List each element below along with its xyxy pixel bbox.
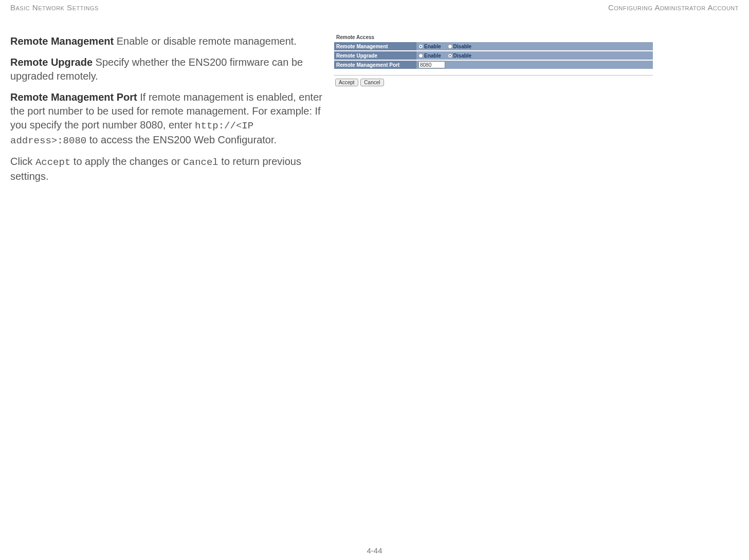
label-remote-upgrade: Remote Upgrade: [334, 51, 416, 60]
panel-title: Remote Access: [334, 34, 653, 41]
label-remote-management: Remote Management: [334, 42, 416, 50]
page-header: Basic Network Settings Configuring Admin…: [0, 0, 749, 14]
term-remote-upgrade: Remote Upgrade: [10, 57, 93, 68]
text-remote-management: Enable or disable remote management.: [114, 35, 297, 47]
value-remote-upgrade: Enable Disable: [416, 51, 653, 60]
description-column: Remote Management Enable or disable remo…: [10, 34, 327, 191]
radio-ru-enable-icon[interactable]: [418, 53, 423, 58]
term-remote-management: Remote Management: [10, 35, 114, 47]
desc-click-line: Click Accept to apply the changes or Can…: [10, 155, 327, 183]
settings-table: Remote Management Enable Disable Remote …: [334, 41, 653, 70]
main-content: Remote Management Enable or disable remo…: [0, 14, 749, 191]
desc-remote-upgrade: Remote Upgrade Specify whether the ENS20…: [10, 55, 327, 83]
port-input[interactable]: [418, 61, 445, 68]
desc-remote-management-port: Remote Management Port If remote managem…: [10, 90, 327, 147]
row-remote-management: Remote Management Enable Disable: [334, 42, 653, 50]
click-accept: Accept: [35, 157, 70, 168]
accept-button[interactable]: Accept: [335, 79, 358, 86]
button-row: Accept Cancel: [334, 79, 653, 86]
row-remote-upgrade: Remote Upgrade Enable Disable: [334, 51, 653, 60]
radio-rm-disable-icon[interactable]: [448, 44, 452, 49]
radio-ru-disable-icon[interactable]: [448, 53, 452, 58]
click-pre: Click: [10, 156, 35, 167]
row-remote-management-port: Remote Management Port: [334, 61, 653, 69]
radio-rm-disable-label: Disable: [453, 44, 472, 49]
cancel-button[interactable]: Cancel: [360, 79, 383, 86]
divider: [334, 75, 653, 76]
radio-ru-disable-label: Disable: [453, 53, 472, 59]
click-cancel: Cancel: [183, 157, 218, 168]
term-remote-management-port: Remote Management Port: [10, 91, 137, 103]
header-right: Configuring Administrator Account: [608, 3, 739, 12]
text-rmp-after: to access the ENS200 Web Configurator.: [86, 134, 277, 145]
radio-rm-enable-label: Enable: [424, 44, 441, 49]
page-number: 4-44: [0, 546, 749, 555]
header-left: Basic Network Settings: [10, 3, 99, 12]
click-mid: to apply the changes or: [70, 156, 183, 167]
value-remote-management: Enable Disable: [416, 42, 653, 50]
desc-remote-management: Remote Management Enable or disable remo…: [10, 34, 327, 48]
radio-ru-enable-label: Enable: [424, 53, 441, 59]
radio-rm-enable-icon[interactable]: [418, 44, 423, 49]
label-remote-management-port: Remote Management Port: [334, 61, 416, 69]
value-remote-management-port: [416, 61, 653, 69]
config-panel: Remote Access Remote Management Enable D…: [334, 34, 653, 191]
